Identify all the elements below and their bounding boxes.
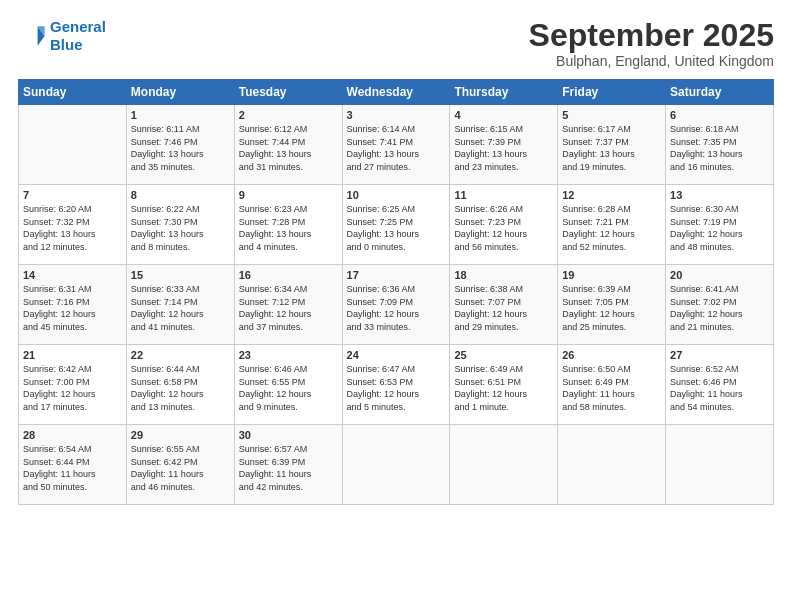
cell-info: Sunset: 7:14 PM	[131, 296, 230, 309]
calendar-cell: 4Sunrise: 6:15 AMSunset: 7:39 PMDaylight…	[450, 105, 558, 185]
cell-info: Sunrise: 6:55 AM	[131, 443, 230, 456]
calendar-cell: 20Sunrise: 6:41 AMSunset: 7:02 PMDayligh…	[666, 265, 774, 345]
day-number: 9	[239, 189, 338, 201]
cell-info: Sunrise: 6:11 AM	[131, 123, 230, 136]
cell-info: and 50 minutes.	[23, 481, 122, 494]
cell-info: Daylight: 12 hours	[23, 308, 122, 321]
day-number: 29	[131, 429, 230, 441]
cell-info: Sunset: 7:30 PM	[131, 216, 230, 229]
cell-info: and 9 minutes.	[239, 401, 338, 414]
cell-info: and 21 minutes.	[670, 321, 769, 334]
day-number: 19	[562, 269, 661, 281]
cell-info: Daylight: 12 hours	[670, 308, 769, 321]
calendar-cell: 11Sunrise: 6:26 AMSunset: 7:23 PMDayligh…	[450, 185, 558, 265]
cell-info: and 8 minutes.	[131, 241, 230, 254]
calendar-cell	[19, 105, 127, 185]
calendar-cell: 14Sunrise: 6:31 AMSunset: 7:16 PMDayligh…	[19, 265, 127, 345]
cell-info: and 12 minutes.	[23, 241, 122, 254]
cell-info: Daylight: 11 hours	[23, 468, 122, 481]
cell-info: and 17 minutes.	[23, 401, 122, 414]
cell-info: and 4 minutes.	[239, 241, 338, 254]
cell-info: Sunset: 7:39 PM	[454, 136, 553, 149]
cell-info: Sunrise: 6:25 AM	[347, 203, 446, 216]
cell-info: Daylight: 12 hours	[562, 308, 661, 321]
cell-info: and 52 minutes.	[562, 241, 661, 254]
cell-info: Sunset: 7:44 PM	[239, 136, 338, 149]
cell-info: Sunset: 7:19 PM	[670, 216, 769, 229]
cell-info: Daylight: 12 hours	[562, 228, 661, 241]
cell-info: Daylight: 13 hours	[670, 148, 769, 161]
cell-info: and 13 minutes.	[131, 401, 230, 414]
day-number: 12	[562, 189, 661, 201]
cell-info: Sunrise: 6:46 AM	[239, 363, 338, 376]
cell-info: Sunset: 7:09 PM	[347, 296, 446, 309]
cell-info: Daylight: 12 hours	[131, 388, 230, 401]
cell-info: Daylight: 13 hours	[454, 148, 553, 161]
cell-info: Sunrise: 6:54 AM	[23, 443, 122, 456]
cell-info: Sunrise: 6:22 AM	[131, 203, 230, 216]
cell-info: Sunrise: 6:39 AM	[562, 283, 661, 296]
cell-info: Sunset: 7:12 PM	[239, 296, 338, 309]
cell-info: Sunset: 7:32 PM	[23, 216, 122, 229]
cell-info: and 29 minutes.	[454, 321, 553, 334]
header-row: SundayMondayTuesdayWednesdayThursdayFrid…	[19, 80, 774, 105]
cell-info: Daylight: 12 hours	[454, 308, 553, 321]
day-number: 14	[23, 269, 122, 281]
cell-info: Sunset: 7:37 PM	[562, 136, 661, 149]
page: General Blue September 2025 Bulphan, Eng…	[0, 0, 792, 612]
cell-info: Sunrise: 6:42 AM	[23, 363, 122, 376]
cell-info: and 27 minutes.	[347, 161, 446, 174]
cell-info: Sunrise: 6:41 AM	[670, 283, 769, 296]
cell-info: and 46 minutes.	[131, 481, 230, 494]
cell-info: and 31 minutes.	[239, 161, 338, 174]
calendar-cell: 6Sunrise: 6:18 AMSunset: 7:35 PMDaylight…	[666, 105, 774, 185]
calendar-cell: 23Sunrise: 6:46 AMSunset: 6:55 PMDayligh…	[234, 345, 342, 425]
cell-info: Sunset: 6:58 PM	[131, 376, 230, 389]
calendar-cell: 1Sunrise: 6:11 AMSunset: 7:46 PMDaylight…	[126, 105, 234, 185]
calendar-cell	[558, 425, 666, 505]
day-number: 1	[131, 109, 230, 121]
cell-info: Sunset: 6:46 PM	[670, 376, 769, 389]
day-number: 27	[670, 349, 769, 361]
cell-info: Daylight: 13 hours	[131, 228, 230, 241]
cell-info: Sunrise: 6:26 AM	[454, 203, 553, 216]
cell-info: Sunset: 7:05 PM	[562, 296, 661, 309]
day-number: 11	[454, 189, 553, 201]
cell-info: Sunrise: 6:33 AM	[131, 283, 230, 296]
cell-info: Sunrise: 6:49 AM	[454, 363, 553, 376]
day-number: 10	[347, 189, 446, 201]
logo-icon	[18, 22, 46, 50]
cell-info: Daylight: 11 hours	[670, 388, 769, 401]
subtitle: Bulphan, England, United Kingdom	[529, 53, 774, 69]
day-number: 21	[23, 349, 122, 361]
calendar-table: SundayMondayTuesdayWednesdayThursdayFrid…	[18, 79, 774, 505]
calendar-cell: 5Sunrise: 6:17 AMSunset: 7:37 PMDaylight…	[558, 105, 666, 185]
cell-info: and 19 minutes.	[562, 161, 661, 174]
day-number: 6	[670, 109, 769, 121]
calendar-cell: 19Sunrise: 6:39 AMSunset: 7:05 PMDayligh…	[558, 265, 666, 345]
week-row-2: 14Sunrise: 6:31 AMSunset: 7:16 PMDayligh…	[19, 265, 774, 345]
cell-info: Sunset: 7:35 PM	[670, 136, 769, 149]
cell-info: and 5 minutes.	[347, 401, 446, 414]
calendar-cell: 25Sunrise: 6:49 AMSunset: 6:51 PMDayligh…	[450, 345, 558, 425]
cell-info: Sunrise: 6:28 AM	[562, 203, 661, 216]
cell-info: Sunrise: 6:15 AM	[454, 123, 553, 136]
cell-info: and 35 minutes.	[131, 161, 230, 174]
cell-info: Sunrise: 6:31 AM	[23, 283, 122, 296]
cell-info: Daylight: 13 hours	[562, 148, 661, 161]
week-row-0: 1Sunrise: 6:11 AMSunset: 7:46 PMDaylight…	[19, 105, 774, 185]
cell-info: Daylight: 12 hours	[454, 388, 553, 401]
cell-info: and 1 minute.	[454, 401, 553, 414]
cell-info: Sunset: 7:46 PM	[131, 136, 230, 149]
day-number: 25	[454, 349, 553, 361]
calendar-cell: 24Sunrise: 6:47 AMSunset: 6:53 PMDayligh…	[342, 345, 450, 425]
calendar-cell: 22Sunrise: 6:44 AMSunset: 6:58 PMDayligh…	[126, 345, 234, 425]
cell-info: Sunrise: 6:14 AM	[347, 123, 446, 136]
calendar-cell: 27Sunrise: 6:52 AMSunset: 6:46 PMDayligh…	[666, 345, 774, 425]
cell-info: and 16 minutes.	[670, 161, 769, 174]
calendar-cell: 7Sunrise: 6:20 AMSunset: 7:32 PMDaylight…	[19, 185, 127, 265]
cell-info: Sunset: 7:21 PM	[562, 216, 661, 229]
cell-info: and 42 minutes.	[239, 481, 338, 494]
cell-info: Daylight: 12 hours	[347, 388, 446, 401]
cell-info: and 25 minutes.	[562, 321, 661, 334]
